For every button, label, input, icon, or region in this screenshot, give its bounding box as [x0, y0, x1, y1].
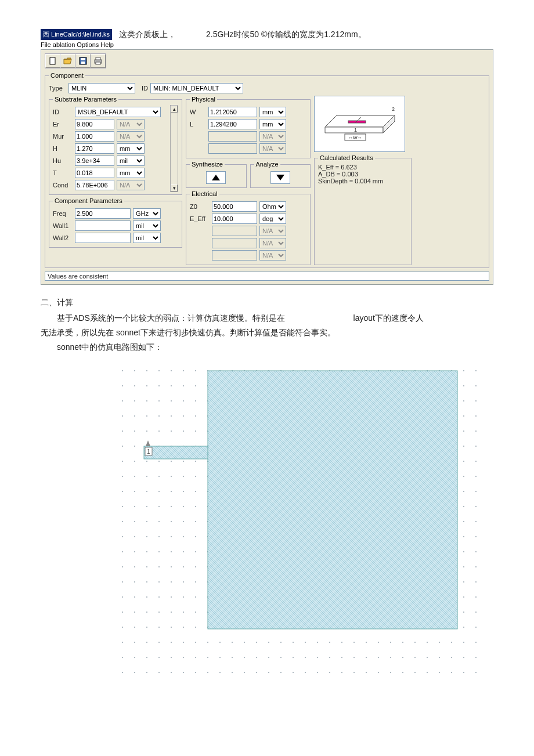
svg-point-227 — [475, 461, 477, 462]
id-select[interactable]: MLIN: MLIN_DEFAULT — [150, 83, 243, 93]
svg-point-628 — [244, 672, 245, 673]
svg-point-583 — [427, 642, 428, 643]
toolbar — [45, 53, 106, 68]
param-input[interactable] — [75, 143, 114, 154]
analyze-group: Analyze — [250, 161, 311, 188]
paragraph: 基于ADS系统的一个比较大的弱点：计算仿真速度慢。特别是在 layout下的速度… — [41, 312, 493, 324]
param-input[interactable] — [75, 119, 114, 129]
param-input[interactable] — [208, 119, 257, 129]
unit-select[interactable]: mm — [117, 168, 145, 178]
svg-point-321 — [158, 521, 160, 522]
svg-point-108 — [122, 415, 123, 417]
param-input — [212, 226, 257, 236]
param-input[interactable] — [75, 180, 114, 190]
svg-point-611 — [402, 657, 403, 658]
physical-group: Physical W mm L mm N/A N/A — [186, 96, 311, 158]
svg-point-77 — [475, 385, 477, 386]
print-button[interactable] — [91, 54, 106, 68]
sub-id-label: ID — [53, 108, 73, 115]
analyze-button[interactable] — [270, 171, 290, 184]
unit-select: N/A — [117, 119, 145, 129]
param-input[interactable] — [75, 155, 114, 166]
svg-point-565 — [207, 642, 208, 643]
unit-select[interactable]: mm — [259, 107, 286, 117]
svg-point-559 — [134, 642, 135, 643]
svg-point-47 — [475, 370, 477, 371]
svg-point-569 — [256, 642, 257, 643]
svg-point-200 — [146, 461, 147, 462]
param-input[interactable] — [75, 233, 131, 243]
unit-select[interactable]: mil — [133, 220, 161, 231]
svg-point-78 — [122, 400, 123, 401]
svg-point-610 — [390, 657, 391, 658]
svg-point-381 — [158, 551, 160, 552]
svg-point-531 — [158, 627, 160, 628]
svg-point-316 — [463, 506, 464, 507]
svg-point-577 — [353, 642, 355, 643]
svg-point-113 — [183, 415, 184, 417]
param-input[interactable] — [75, 131, 114, 142]
svg-point-473 — [183, 596, 184, 598]
unit-select[interactable]: mil — [117, 155, 145, 166]
param-input[interactable] — [208, 107, 257, 117]
param-input[interactable] — [212, 214, 257, 224]
sub-id-select[interactable]: MSUB_DEFAULT — [75, 107, 161, 117]
type-select[interactable]: MLIN — [68, 83, 135, 93]
svg-point-527 — [475, 612, 477, 613]
svg-point-619 — [134, 672, 135, 673]
svg-point-579 — [378, 642, 379, 643]
param-label: Hu — [53, 157, 73, 164]
svg-point-289 — [134, 506, 135, 507]
param-input[interactable] — [212, 201, 257, 212]
svg-point-467 — [475, 581, 477, 583]
svg-point-439 — [134, 581, 135, 583]
scroll-down-icon[interactable]: ▾ — [171, 185, 178, 191]
synthesize-button[interactable] — [206, 171, 226, 184]
param-input[interactable] — [75, 208, 131, 219]
svg-point-645 — [451, 672, 452, 673]
svg-point-80 — [146, 400, 147, 401]
svg-point-112 — [171, 415, 172, 417]
svg-point-591 — [158, 657, 160, 658]
svg-point-410 — [146, 566, 147, 567]
svg-point-140 — [146, 431, 147, 432]
param-label: Er — [53, 121, 73, 128]
save-button[interactable] — [75, 54, 91, 68]
substrate-scrollbar[interactable]: ▴ ▾ — [170, 105, 178, 192]
unit-select: N/A — [259, 131, 286, 142]
unit-select[interactable]: mm — [117, 143, 145, 154]
unit-select[interactable]: mm — [259, 119, 286, 129]
open-button[interactable] — [60, 54, 75, 68]
svg-point-474 — [195, 596, 196, 598]
svg-point-411 — [158, 566, 160, 567]
svg-point-622 — [171, 672, 172, 673]
svg-point-228 — [122, 476, 123, 477]
svg-point-46 — [463, 370, 464, 371]
svg-text:1: 1 — [147, 448, 150, 455]
svg-point-231 — [158, 476, 160, 477]
scroll-up-icon[interactable]: ▴ — [171, 106, 178, 113]
svg-point-598 — [244, 657, 245, 658]
unit-select: N/A — [259, 250, 286, 261]
svg-point-167 — [475, 431, 477, 432]
svg-point-348 — [122, 536, 123, 537]
unit-select[interactable]: Ohm — [259, 201, 286, 212]
unit-select[interactable]: deg — [259, 214, 286, 224]
svg-point-290 — [146, 506, 147, 507]
unit-select[interactable]: GHz — [133, 208, 161, 219]
unit-select[interactable]: mil — [133, 233, 161, 243]
svg-point-615 — [451, 657, 452, 658]
param-input[interactable] — [75, 168, 114, 178]
svg-point-626 — [219, 672, 221, 673]
svg-point-414 — [195, 566, 196, 567]
svg-point-143 — [183, 431, 184, 432]
svg-point-563 — [183, 642, 184, 643]
svg-point-351 — [158, 536, 160, 537]
svg-point-441 — [158, 581, 160, 583]
param-input[interactable] — [75, 220, 131, 231]
new-button[interactable] — [45, 54, 60, 68]
menubar[interactable]: File ablation Options Help — [41, 40, 493, 49]
svg-point-643 — [427, 672, 428, 673]
svg-point-646 — [463, 672, 464, 673]
svg-point-226 — [463, 461, 464, 462]
